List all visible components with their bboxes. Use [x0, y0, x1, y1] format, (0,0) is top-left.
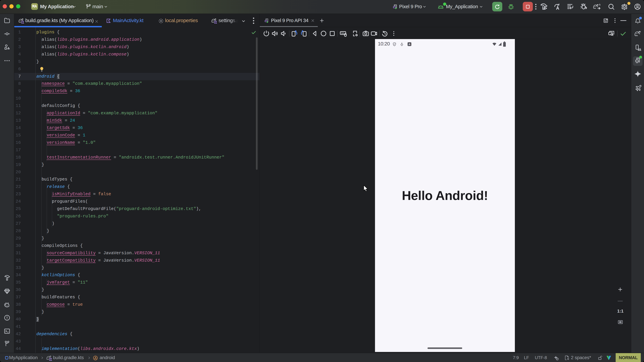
svg-text:A: A — [408, 43, 410, 45]
